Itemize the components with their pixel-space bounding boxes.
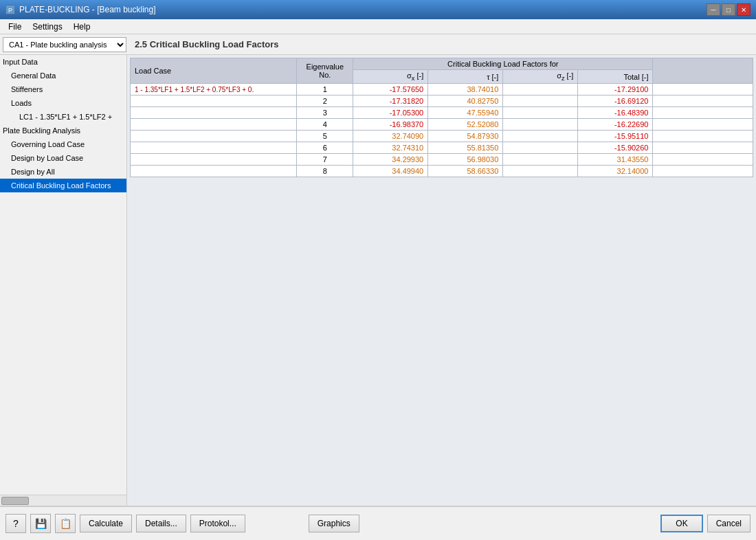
cell-extra [653,84,753,95]
cell-total: -16.48390 [578,107,653,119]
sidebar-item-design-all[interactable]: Design by All [0,165,126,179]
maximize-button[interactable]: □ [722,3,735,16]
table-row: 4-16.9837052.52080-16.22690 [131,119,753,131]
cancel-button[interactable]: Cancel [707,515,751,532]
cell-sigma-x: 32.74310 [353,142,428,154]
save-icon: 💾 [35,518,47,529]
cell-total: -15.90260 [578,142,653,154]
minimize-button[interactable]: ─ [707,3,720,16]
cell-sigma-z [503,154,578,166]
cell-tau: 58.66330 [428,166,503,177]
cell-tau: 56.98030 [428,154,503,166]
details-button[interactable]: Details... [136,515,186,532]
cell-sigma-x: -16.98370 [353,119,428,131]
cell-sigma-z [503,131,578,142]
sidebar-item-design-load-case[interactable]: Design by Load Case [0,151,126,165]
cell-eigen-no: 5 [297,131,353,142]
col-header-load-case: Load Case [131,58,297,84]
calculate-button[interactable]: Calculate [80,515,132,532]
analysis-dropdown[interactable]: CA1 - Plate buckling analysis [3,37,126,52]
data-area: Load Case EigenvalueNo. Critical Bucklin… [127,55,756,506]
table-row: 3-17.0530047.55940-16.48390 [131,107,753,119]
cell-eigen-no: 8 [297,166,353,177]
cell-extra [653,142,753,154]
table-container: Load Case EigenvalueNo. Critical Bucklin… [127,55,756,506]
cell-load-case [131,166,297,177]
close-button[interactable]: ✕ [737,3,751,16]
menu-help[interactable]: Help [68,21,96,33]
sidebar-item-general-data[interactable]: General Data [0,69,126,82]
cell-sigma-z [503,84,578,95]
cell-extra [653,131,753,142]
cell-extra [653,119,753,131]
sidebar-item-plate-buckling[interactable]: Plate Buckling Analysis [0,124,126,137]
main-container: CA1 - Plate buckling analysis 2.5 Critic… [0,34,756,540]
cell-load-case [131,142,297,154]
cell-tau: 47.55940 [428,107,503,119]
cell-sigma-x: 34.49940 [353,166,428,177]
cell-load-case [131,95,297,107]
copy-icon: 📋 [60,518,71,529]
sidebar-item-stiffeners[interactable]: Stiffeners [0,82,126,96]
sidebar-hscroll[interactable] [0,495,126,506]
cell-tau: 55.81350 [428,142,503,154]
help-icon: ? [13,518,19,529]
cell-total: 31.43550 [578,154,653,166]
table-row: 734.2993056.9803031.43550 [131,154,753,166]
protokol-button[interactable]: Protokol... [190,515,245,532]
hscroll-thumb[interactable] [1,497,29,505]
app-icon: P [5,5,15,14]
bottom-bar: ? 💾 📋 Calculate Details... Protokol... G… [0,506,756,540]
sidebar-item-lc1[interactable]: LC1 - 1.35*LF1 + 1.5*LF2 + [0,110,126,124]
sidebar-tree: Input Data General Data Stiffeners Loads… [0,55,126,495]
title-bar: P PLATE-BUCKLING - [Beam buckling] ─ □ ✕ [0,0,756,19]
cell-total: 32.14000 [578,166,653,177]
cell-sigma-x: -17.05300 [353,107,428,119]
table-row: 2-17.3182040.82750-16.69120 [131,95,753,107]
cell-load-case [131,154,297,166]
col-header-eigenvalue: EigenvalueNo. [297,58,353,84]
menu-settings[interactable]: Settings [27,21,67,33]
top-bar: CA1 - Plate buckling analysis 2.5 Critic… [0,34,756,55]
cell-sigma-x: 34.29930 [353,154,428,166]
table-row: 632.7431055.81350-15.90260 [131,142,753,154]
results-table: Load Case EigenvalueNo. Critical Bucklin… [130,58,753,177]
cell-eigen-no: 2 [297,95,353,107]
cell-load-case [131,119,297,131]
cell-tau: 38.74010 [428,84,503,95]
menu-file[interactable]: File [3,21,27,33]
sidebar-item-critical-buckling[interactable]: Critical Buckling Load Factors [0,179,126,192]
cell-extra [653,154,753,166]
graphics-button[interactable]: Graphics [309,515,359,532]
table-row: 834.4994058.6633032.14000 [131,166,753,177]
cell-tau: 52.52080 [428,119,503,131]
col-header-sigma-z: σz [-] [503,70,578,84]
cell-load-case: 1 - 1.35*LF1 + 1.5*LF2 + 0.75*LF3 + 0. [131,84,297,95]
table-row: 532.7409054.87930-15.95110 [131,131,753,142]
table-row: 1 - 1.35*LF1 + 1.5*LF2 + 0.75*LF3 + 0.1-… [131,84,753,95]
col-header-extra [653,58,753,84]
cell-eigen-no: 1 [297,84,353,95]
cell-sigma-z [503,107,578,119]
copy-button[interactable]: 📋 [55,514,76,533]
cell-load-case [131,107,297,119]
ok-button[interactable]: OK [660,515,702,532]
cell-load-case [131,131,297,142]
cell-sigma-z [503,166,578,177]
sidebar-item-governing[interactable]: Governing Load Case [0,137,126,151]
cell-eigen-no: 7 [297,154,353,166]
menu-bar: File Settings Help [0,19,756,34]
save-button[interactable]: 💾 [30,514,51,533]
content-area: Input Data General Data Stiffeners Loads… [0,55,756,506]
sidebar-item-input-data[interactable]: Input Data [0,55,126,69]
cell-sigma-z [503,119,578,131]
cell-sigma-x: -17.57650 [353,84,428,95]
cell-sigma-x: 32.74090 [353,131,428,142]
sidebar-item-loads[interactable]: Loads [0,96,126,110]
col-header-critical-factors: Critical Buckling Load Factors for [353,58,653,70]
cell-sigma-z [503,142,578,154]
col-header-tau: τ [-] [428,70,503,84]
cell-extra [653,107,753,119]
help-button[interactable]: ? [5,514,26,533]
cell-eigen-no: 4 [297,119,353,131]
